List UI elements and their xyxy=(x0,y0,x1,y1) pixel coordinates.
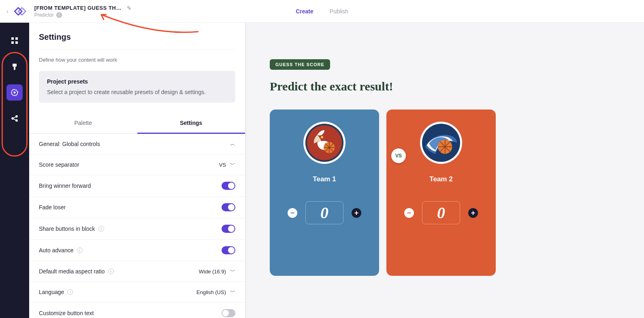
team-card-1: Team 1 − 0 + xyxy=(270,110,379,276)
rail-layout-icon[interactable] xyxy=(6,32,23,49)
tab-palette[interactable]: Palette xyxy=(29,112,137,133)
panel-inner-tabs: Palette Settings xyxy=(29,112,245,134)
svg-point-7 xyxy=(16,120,17,121)
left-rail xyxy=(0,23,29,318)
top-bar: ‹ [FROM TEMPLATE] GUESS THE SC… ✎ Predic… xyxy=(0,0,644,23)
chevron-down-icon: ﹀ xyxy=(230,288,235,296)
project-presets-box: Project presets Select a project to crea… xyxy=(39,71,235,103)
preview-area: GUESS THE SCORE Predict the exact result… xyxy=(245,23,644,318)
preset-description: Select a project to create reusable pres… xyxy=(47,89,227,95)
rail-settings-icon[interactable] xyxy=(6,84,23,101)
section-general-global[interactable]: General: Global controls ︿ xyxy=(29,134,245,155)
row-label: Language xyxy=(39,289,64,295)
team-2-logo xyxy=(420,122,462,164)
info-icon[interactable]: i xyxy=(98,226,104,232)
svg-point-6 xyxy=(16,116,17,117)
chevron-down-icon: ﹀ xyxy=(230,161,235,168)
row-label: Default media aspect ratio xyxy=(39,268,105,275)
info-icon[interactable]: i xyxy=(77,247,83,253)
top-tabs: Create Publish xyxy=(296,8,348,15)
row-fade-loser: Fade loser xyxy=(29,197,245,218)
toggle-customize-button-text[interactable] xyxy=(222,309,235,317)
tab-publish[interactable]: Publish xyxy=(330,8,348,15)
team-2-score-control: − 0 + xyxy=(404,201,478,224)
row-share-buttons: Share buttons in block i xyxy=(29,218,245,240)
team-2-name: Team 2 xyxy=(429,175,452,183)
svg-point-10 xyxy=(321,136,323,138)
rail-share-icon[interactable] xyxy=(6,110,23,127)
team-cards: Team 1 − 0 + VS xyxy=(270,110,620,276)
chevron-down-icon: ﹀ xyxy=(230,268,235,275)
toggle-share-buttons[interactable] xyxy=(222,225,235,233)
back-chevron-icon[interactable]: ‹ xyxy=(6,8,9,15)
language-select[interactable]: English (US) ﹀ xyxy=(196,288,235,296)
row-label: Auto advance xyxy=(39,247,74,254)
toggle-bring-winner[interactable] xyxy=(222,182,235,190)
team-2-plus-button[interactable]: + xyxy=(468,208,478,218)
aspect-ratio-select[interactable]: Wide (16:9) ﹀ xyxy=(199,268,235,275)
row-label: Bring winner forward xyxy=(39,183,91,189)
svg-rect-3 xyxy=(15,41,18,44)
toggle-auto-advance[interactable] xyxy=(222,246,235,254)
team-1-score-control: − 0 + xyxy=(288,201,361,224)
svg-rect-0 xyxy=(11,37,14,40)
team-card-2: Team 2 − 0 + xyxy=(386,110,496,276)
chevron-up-icon: ︿ xyxy=(230,140,235,148)
svg-rect-2 xyxy=(11,41,14,44)
row-customize-button-text: Customize button text xyxy=(29,303,245,318)
team-2-score[interactable]: 0 xyxy=(422,201,460,224)
info-icon[interactable]: i xyxy=(56,12,62,18)
select-value: English (US) xyxy=(196,289,226,295)
content-type-label: Predictor xyxy=(34,12,54,18)
preview-headline: Predict the exact result! xyxy=(270,80,620,93)
rail-brush-icon[interactable] xyxy=(6,58,23,75)
row-language: Language i English (US) ﹀ xyxy=(29,282,245,303)
team-2-minus-button[interactable]: − xyxy=(404,208,414,218)
tab-create[interactable]: Create xyxy=(296,8,313,15)
info-icon[interactable]: i xyxy=(67,289,73,295)
team-1-plus-button[interactable]: + xyxy=(352,208,361,218)
edit-title-icon[interactable]: ✎ xyxy=(127,5,132,11)
row-label: Score separator xyxy=(39,161,79,168)
row-label: Customize button text xyxy=(39,310,94,316)
row-score-separator: Score separator VS ﹀ xyxy=(29,155,245,175)
vs-badge: VS xyxy=(391,148,406,163)
row-label: Fade loser xyxy=(39,204,66,211)
team-1-minus-button[interactable]: − xyxy=(288,208,297,218)
panel-title: Settings xyxy=(39,32,235,42)
section-label: General: Global controls xyxy=(39,141,100,147)
row-label: Share buttons in block xyxy=(39,226,95,232)
svg-point-4 xyxy=(14,92,16,94)
row-bring-winner-forward: Bring winner forward xyxy=(29,175,245,197)
svg-point-5 xyxy=(12,118,13,119)
score-separator-select[interactable]: VS ﹀ xyxy=(219,161,235,168)
title-block: [FROM TEMPLATE] GUESS THE SC… ✎ Predicto… xyxy=(34,5,132,18)
team-1-logo xyxy=(303,122,345,164)
app-logo[interactable] xyxy=(12,4,26,19)
select-value: VS xyxy=(219,162,226,168)
row-aspect-ratio: Default media aspect ratio i Wide (16:9)… xyxy=(29,261,245,282)
toggle-fade-loser[interactable] xyxy=(222,203,235,211)
team-1-name: Team 1 xyxy=(313,175,336,183)
panel-description: Define how your content will work xyxy=(39,57,235,63)
preset-title: Project presets xyxy=(47,78,227,85)
settings-panel[interactable]: Settings Define how your content will wo… xyxy=(29,23,245,318)
team-1-score[interactable]: 0 xyxy=(305,201,343,224)
row-auto-advance: Auto advance i xyxy=(29,240,245,261)
preview-badge: GUESS THE SCORE xyxy=(270,59,330,70)
info-icon[interactable]: i xyxy=(108,269,114,274)
page-title: [FROM TEMPLATE] GUESS THE SC… xyxy=(34,5,124,11)
tab-settings[interactable]: Settings xyxy=(137,112,245,133)
svg-rect-1 xyxy=(15,37,18,40)
select-value: Wide (16:9) xyxy=(199,269,226,275)
